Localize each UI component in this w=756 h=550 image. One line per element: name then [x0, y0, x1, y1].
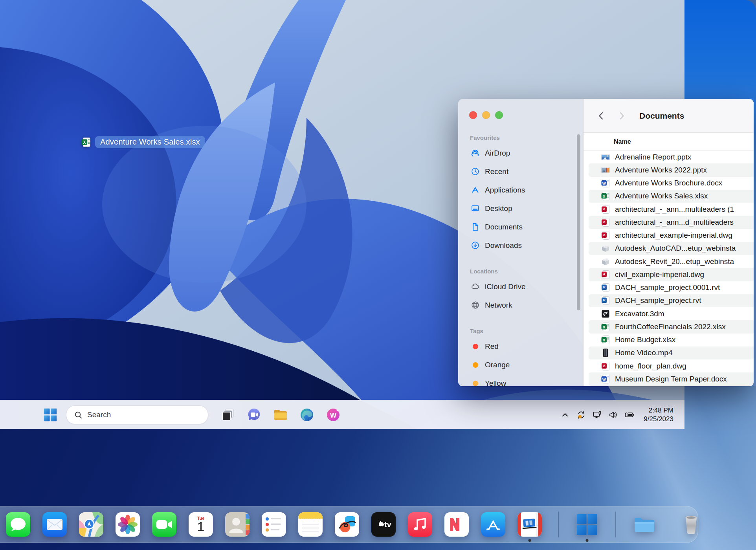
dock-item-trash[interactable]	[679, 512, 703, 537]
file-row[interactable]: Autodesk_AutoCAD...etup_webinsta	[589, 242, 754, 255]
file-name: Autodesk_Revit_20...etup_webinsta	[615, 257, 734, 266]
dock-item-appletv[interactable]: tv	[371, 512, 396, 537]
battery-charging-icon	[624, 410, 635, 420]
display-icon	[592, 410, 602, 420]
file-row[interactable]: Aarchitectural_example-imperial.dwg	[589, 229, 754, 242]
forward-button[interactable]	[617, 111, 627, 121]
teams-chat-icon	[246, 407, 262, 423]
parallels-icon	[517, 512, 542, 537]
sidebar-item-airdrop[interactable]: AirDrop	[458, 144, 583, 162]
task-view-button[interactable]	[218, 405, 237, 424]
word-file-icon: W	[600, 178, 611, 188]
file-explorer-button[interactable]	[271, 405, 290, 424]
svg-text:W: W	[602, 377, 606, 381]
edge-browser-button[interactable]	[297, 405, 316, 424]
dock-item-parallels[interactable]	[517, 512, 542, 537]
display-network-button[interactable]	[592, 410, 602, 420]
dock-item-windows[interactable]	[575, 512, 599, 537]
finder-content: Documents Name Adrenaline Report.pptxAdv…	[584, 99, 754, 386]
file-row[interactable]: WMuseum Design Term Paper.docx	[589, 372, 754, 385]
file-row[interactable]: Autodesk_Revit_20...etup_webinsta	[589, 255, 754, 268]
file-row[interactable]: RDACH_sample_project.rvt	[589, 294, 754, 307]
minimize-button[interactable]	[482, 111, 490, 119]
dock-item-appstore[interactable]	[481, 512, 505, 537]
sidebar-item-desktop[interactable]: Desktop	[458, 199, 583, 218]
dock-item-facetime[interactable]	[152, 512, 176, 537]
sidebar-item-yellow[interactable]: Yellow	[458, 374, 583, 386]
sidebar-section-favourites: FavouritesAirDropRecentApplicationsDeskt…	[458, 132, 583, 255]
file-row[interactable]: Excavator.3dm	[589, 307, 754, 320]
taskbar-app-icons: W	[218, 405, 343, 424]
system-tray: 2:48 PM 9/25/2023	[560, 406, 673, 424]
dwg-file-icon: A	[600, 361, 611, 371]
file-row[interactable]: Adrenaline Report.pptx	[589, 150, 754, 163]
file-row[interactable]: Adventure Works 2022.pptx	[589, 163, 754, 176]
close-button[interactable]	[469, 111, 477, 119]
sidebar-item-orange[interactable]: Orange	[458, 356, 583, 374]
desktop-file-adventure-works-sales[interactable]: X Adventure Works Sales.xlsx	[81, 136, 205, 148]
hidden-icons-button[interactable]	[560, 410, 570, 420]
file-name: Excavator.3dm	[615, 310, 664, 318]
file-name: home_floor_plan.dwg	[615, 362, 686, 370]
news-icon	[444, 512, 469, 537]
search-input[interactable]: Search	[66, 405, 208, 424]
calendar-icon: Tue1	[189, 512, 213, 537]
dock-item-reminders[interactable]	[262, 512, 286, 537]
dock-item-messages[interactable]	[6, 512, 30, 537]
sidebar-item-recent[interactable]: Recent	[458, 162, 583, 181]
dock-item-freeform[interactable]	[335, 512, 359, 537]
sidebar-item-network[interactable]: Network	[458, 296, 583, 314]
file-name: Museum Design Term Paper.docx	[615, 375, 727, 383]
file-row[interactable]: Aarchitectural_-_ann...d_multileaders	[589, 216, 754, 229]
dock-item-notes[interactable]	[298, 512, 323, 537]
sidebar-item-red[interactable]: Red	[458, 337, 583, 356]
excel-file-icon: X	[600, 191, 611, 201]
sidebar-item-documents[interactable]: Documents	[458, 218, 583, 236]
start-button[interactable]	[41, 405, 60, 424]
applications-icon	[471, 185, 480, 194]
sidebar-item-icloud-drive[interactable]: iCloud Drive	[458, 277, 583, 296]
airdrop-icon	[471, 148, 480, 158]
file-row[interactable]: XHome Budget.xlsx	[589, 334, 754, 346]
tag-icon	[471, 360, 480, 369]
svg-text:X: X	[603, 324, 606, 329]
battery-button[interactable]	[624, 410, 635, 420]
file-row[interactable]: Home Video.mp4	[589, 346, 754, 359]
file-row[interactable]: WAdventure Works Brochure.docx	[589, 177, 754, 190]
zoom-button[interactable]	[495, 111, 503, 119]
file-row[interactable]: Aarchitectural_-_ann...multileaders (1	[589, 203, 754, 216]
sidebar-item-label: Recent	[485, 167, 508, 176]
back-button[interactable]	[596, 111, 606, 121]
sidebar-item-applications[interactable]: Applications	[458, 181, 583, 199]
volume-button[interactable]	[608, 410, 618, 420]
dock-item-folder[interactable]	[632, 512, 657, 537]
sync-status-button[interactable]	[576, 410, 586, 420]
music-icon	[408, 512, 432, 537]
dock-item-contacts[interactable]	[225, 512, 250, 537]
file-row[interactable]: RDACH_sample_project.0001.rvt	[589, 281, 754, 294]
svg-text:tv: tv	[384, 520, 392, 529]
sidebar-scrollbar[interactable]	[577, 134, 580, 310]
appletv-icon: tv	[371, 512, 396, 537]
file-row[interactable]: Acivil_example-imperial.dwg	[589, 268, 754, 281]
file-name: architectural_-_ann...d_multileaders	[615, 218, 734, 227]
name-column-header[interactable]: Name	[614, 138, 631, 145]
sidebar-item-downloads[interactable]: Downloads	[458, 236, 583, 255]
file-name: Autodesk_AutoCAD...etup_webinsta	[615, 244, 736, 253]
file-row[interactable]: Ahome_floor_plan.dwg	[589, 359, 754, 372]
wps-office-button[interactable]: W	[324, 405, 343, 424]
sidebar-item-label: Orange	[485, 361, 510, 369]
taskbar-clock[interactable]: 2:48 PM 9/25/2023	[644, 406, 673, 424]
dock-item-calendar[interactable]: Tue1	[189, 512, 213, 537]
windows-taskbar: Search	[0, 400, 684, 429]
file-row[interactable]: XAdventure Works Sales.xlsx	[589, 190, 754, 203]
file-row[interactable]: XFourthCoffeeFinancials 2022.xlsx	[589, 320, 754, 333]
dock-item-maps[interactable]	[79, 512, 103, 537]
dock-item-photos[interactable]	[116, 512, 140, 537]
svg-text:X: X	[83, 140, 86, 144]
teams-chat-button[interactable]	[245, 405, 264, 424]
dock-item-mail[interactable]	[42, 512, 67, 537]
speaker-icon	[608, 410, 618, 420]
dock-item-news[interactable]	[444, 512, 469, 537]
dock-item-music[interactable]	[408, 512, 432, 537]
